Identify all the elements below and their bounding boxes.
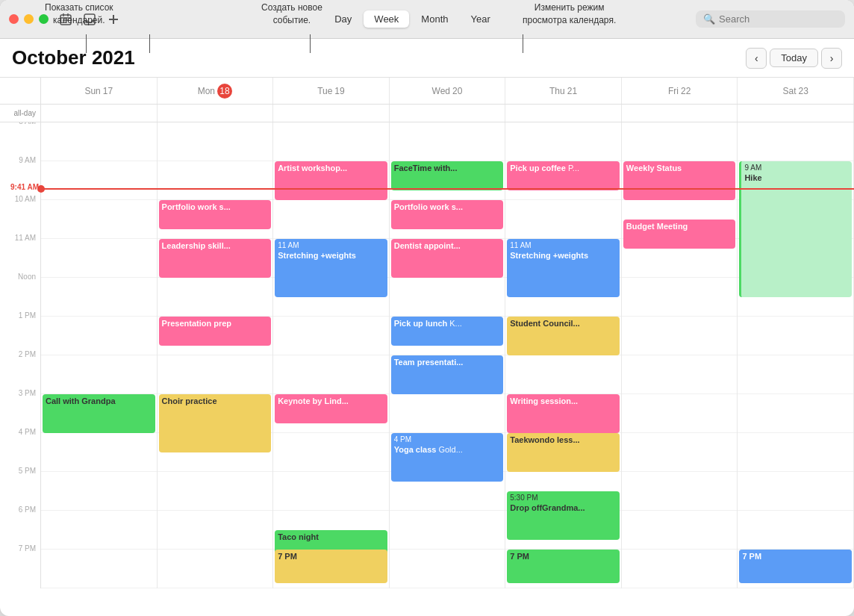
hour-block-d0-h2[interactable] (41, 200, 157, 239)
allday-thu[interactable] (505, 105, 622, 122)
allday-mon[interactable] (158, 105, 274, 122)
hour-block-d6-h10[interactable] (738, 511, 853, 550)
event-e12[interactable]: 11 AMStretching +weights (507, 239, 620, 297)
event-e15[interactable]: Student Council... (507, 317, 620, 355)
event-e5[interactable]: 9 AMHike (739, 161, 852, 297)
minimize-button[interactable] (24, 14, 34, 24)
hour-block-d1-h6[interactable] (158, 355, 273, 394)
hour-block-d1-h4[interactable] (158, 278, 273, 317)
hour-block-d2-h9[interactable] (273, 472, 389, 511)
hour-block-d4-h0[interactable] (505, 122, 621, 161)
hour-block-d5-h7[interactable] (622, 394, 738, 433)
hour-block-d3-h0[interactable] (390, 122, 505, 161)
event-e19[interactable]: Choir practice (159, 394, 272, 452)
hour-block-d6-h9[interactable] (738, 472, 853, 511)
today-button[interactable]: Today (770, 49, 818, 67)
hour-block-d5-h4[interactable] (622, 278, 738, 317)
hour-block-d3-h7[interactable] (390, 394, 505, 433)
event-e24[interactable]: 5:30 PMDrop offGrandma... (507, 491, 620, 540)
hour-block-d5-h5[interactable] (622, 317, 738, 355)
add-event-icon[interactable] (105, 11, 122, 28)
hour-block-d0-h5[interactable] (41, 317, 157, 355)
event-e14[interactable]: Pick up lunch K... (391, 317, 504, 346)
search-box[interactable]: 🔍 (696, 10, 845, 28)
event-e7[interactable]: Portfolio work s... (391, 200, 504, 229)
event-e25[interactable]: 7 PM (275, 550, 387, 583)
event-e18[interactable]: Call with Grandpa (43, 394, 155, 433)
hour-block-d4-h2[interactable] (505, 200, 621, 239)
hour-block-d0-h11[interactable] (41, 550, 157, 588)
event-e2[interactable]: FaceTime with... (391, 161, 504, 190)
hour-block-d5-h0[interactable] (622, 122, 738, 161)
event-e10[interactable]: 11 AMStretching +weights (275, 239, 387, 297)
hour-block-d6-h8[interactable] (738, 433, 853, 472)
day-column-tue[interactable]: Artist workshop...11 AMStretching +weigh… (273, 122, 390, 588)
hour-block-d0-h1[interactable] (41, 161, 157, 200)
hour-block-d5-h6[interactable] (622, 355, 738, 394)
hour-block-d0-h8[interactable] (41, 433, 157, 472)
hour-block-d2-h8[interactable] (273, 433, 389, 472)
day-column-thu[interactable]: Pick up coffee P...11 AMStretching +weig… (505, 122, 622, 588)
hour-block-d0-h0[interactable] (41, 122, 157, 161)
day-column-sat[interactable]: 9 AMHike7 PM7 PM (738, 122, 854, 588)
allday-tue[interactable] (273, 105, 390, 122)
event-e9[interactable]: Leadership skill... (159, 239, 272, 278)
hour-block-d4-h6[interactable] (505, 355, 621, 394)
tab-week[interactable]: Week (364, 10, 409, 28)
hour-block-d0-h10[interactable] (41, 511, 157, 550)
event-e1[interactable]: Artist workshop... (275, 161, 387, 200)
hour-block-d0-h3[interactable] (41, 239, 157, 278)
search-input[interactable] (719, 13, 831, 25)
next-button[interactable]: › (821, 48, 842, 69)
allday-fri[interactable] (622, 105, 738, 122)
allday-sun[interactable] (41, 105, 158, 122)
day-column-sun[interactable]: Call with Grandpa (41, 122, 158, 588)
day-column-mon[interactable]: Portfolio work s...Leadership skill...Pr… (158, 122, 274, 588)
event-e17[interactable]: Keynote by Lind... (275, 394, 387, 423)
event-e22[interactable]: Taekwondo less... (507, 433, 620, 472)
hour-block-d1-h1[interactable] (158, 161, 273, 200)
hour-block-d1-h11[interactable] (158, 550, 273, 588)
event-e13[interactable]: Presentation prep (159, 317, 272, 346)
allday-wed[interactable] (390, 105, 506, 122)
tab-year[interactable]: Year (460, 10, 500, 28)
calendar-list-icon[interactable] (57, 11, 74, 28)
hour-block-d0-h4[interactable] (41, 278, 157, 317)
hour-block-d6-h5[interactable] (738, 317, 853, 355)
hour-block-d1-h9[interactable] (158, 472, 273, 511)
allday-sat[interactable] (738, 105, 854, 122)
hour-block-d6-h0[interactable] (738, 122, 853, 161)
hour-block-d3-h4[interactable] (390, 278, 505, 317)
hour-block-d5-h10[interactable] (622, 511, 738, 550)
hour-block-d2-h5[interactable] (273, 317, 389, 355)
event-e21[interactable]: 4 PMYoga class Gold... (391, 433, 504, 482)
prev-button[interactable]: ‹ (746, 48, 767, 69)
maximize-button[interactable] (39, 14, 49, 24)
day-column-wed[interactable]: FaceTime with...Portfolio work s...Denti… (390, 122, 506, 588)
hour-block-d0-h9[interactable] (41, 472, 157, 511)
hour-block-d3-h11[interactable] (390, 550, 505, 588)
hour-block-d6-h7[interactable] (738, 394, 853, 433)
hour-block-d1-h0[interactable] (158, 122, 273, 161)
hour-block-d5-h11[interactable] (622, 550, 738, 588)
event-e26[interactable]: 7 PM (507, 550, 620, 583)
event-e4[interactable]: Weekly Status (623, 161, 736, 200)
hour-block-d2-h6[interactable] (273, 355, 389, 394)
hour-block-d5-h8[interactable] (622, 433, 738, 472)
event-e6[interactable]: Portfolio work s... (159, 200, 272, 229)
inbox-icon[interactable] (81, 11, 98, 28)
event-e16[interactable]: Team presentati... (391, 355, 504, 394)
tab-day[interactable]: Day (324, 10, 362, 28)
close-button[interactable] (9, 14, 19, 24)
hour-block-d1-h10[interactable] (158, 511, 273, 550)
hour-block-d2-h0[interactable] (273, 122, 389, 161)
event-e20[interactable]: Writing session... (507, 394, 620, 433)
event-e8[interactable]: Budget Meeting (623, 220, 736, 249)
hour-block-d6-h6[interactable] (738, 355, 853, 394)
hour-block-d3-h10[interactable] (390, 511, 505, 550)
event-e28[interactable]: 7 PM (739, 550, 852, 583)
hour-block-d2-h2[interactable] (273, 200, 389, 239)
event-e3[interactable]: Pick up coffee P... (507, 161, 620, 190)
hour-block-d5-h9[interactable] (622, 472, 738, 511)
tab-month[interactable]: Month (411, 10, 458, 28)
